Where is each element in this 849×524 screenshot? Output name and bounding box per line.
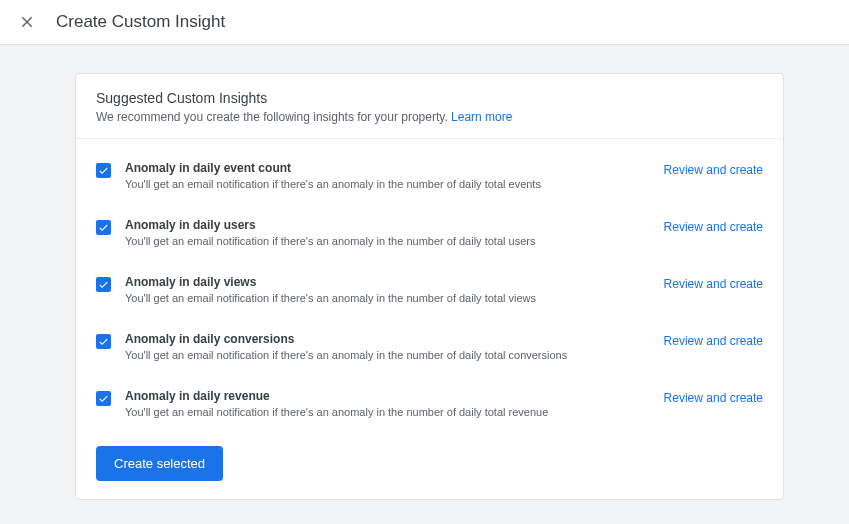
review-and-create-link[interactable]: Review and create <box>664 334 763 348</box>
card-footer: Create selected <box>76 432 783 499</box>
insight-item: Anomaly in daily conversions You'll get … <box>76 318 783 375</box>
insight-desc: You'll get an email notification if ther… <box>125 292 664 304</box>
suggested-insights-card: Suggested Custom Insights We recommend y… <box>75 73 784 500</box>
insight-desc: You'll get an email notification if ther… <box>125 349 664 361</box>
checkbox-icon[interactable] <box>96 220 111 235</box>
insight-text: Anomaly in daily event count You'll get … <box>125 161 664 190</box>
review-and-create-link[interactable]: Review and create <box>664 220 763 234</box>
close-icon[interactable] <box>18 13 36 31</box>
card-header: Suggested Custom Insights We recommend y… <box>76 74 783 139</box>
checkbox-icon[interactable] <box>96 391 111 406</box>
page-header: Create Custom Insight <box>0 0 849 45</box>
content-wrapper: Suggested Custom Insights We recommend y… <box>0 45 849 500</box>
learn-more-link[interactable]: Learn more <box>451 110 512 124</box>
insight-list: Anomaly in daily event count You'll get … <box>76 139 783 432</box>
insight-item: Anomaly in daily event count You'll get … <box>76 147 783 204</box>
review-and-create-link[interactable]: Review and create <box>664 163 763 177</box>
insight-desc: You'll get an email notification if ther… <box>125 235 664 247</box>
checkbox-icon[interactable] <box>96 334 111 349</box>
checkbox-icon[interactable] <box>96 163 111 178</box>
insight-title: Anomaly in daily revenue <box>125 389 664 403</box>
checkbox-icon[interactable] <box>96 277 111 292</box>
insight-desc: You'll get an email notification if ther… <box>125 178 664 190</box>
insight-title: Anomaly in daily users <box>125 218 664 232</box>
review-and-create-link[interactable]: Review and create <box>664 391 763 405</box>
insight-title: Anomaly in daily views <box>125 275 664 289</box>
insight-text: Anomaly in daily conversions You'll get … <box>125 332 664 361</box>
insight-text: Anomaly in daily users You'll get an ema… <box>125 218 664 247</box>
card-title: Suggested Custom Insights <box>96 90 763 106</box>
insight-text: Anomaly in daily views You'll get an ema… <box>125 275 664 304</box>
page-title: Create Custom Insight <box>56 12 225 32</box>
insight-desc: You'll get an email notification if ther… <box>125 406 664 418</box>
insight-text: Anomaly in daily revenue You'll get an e… <box>125 389 664 418</box>
review-and-create-link[interactable]: Review and create <box>664 277 763 291</box>
insight-title: Anomaly in daily conversions <box>125 332 664 346</box>
insight-item: Anomaly in daily views You'll get an ema… <box>76 261 783 318</box>
card-subtitle-text: We recommend you create the following in… <box>96 110 451 124</box>
insight-item: Anomaly in daily users You'll get an ema… <box>76 204 783 261</box>
insight-title: Anomaly in daily event count <box>125 161 664 175</box>
insight-item: Anomaly in daily revenue You'll get an e… <box>76 375 783 432</box>
card-subtitle: We recommend you create the following in… <box>96 110 763 124</box>
create-selected-button[interactable]: Create selected <box>96 446 223 481</box>
